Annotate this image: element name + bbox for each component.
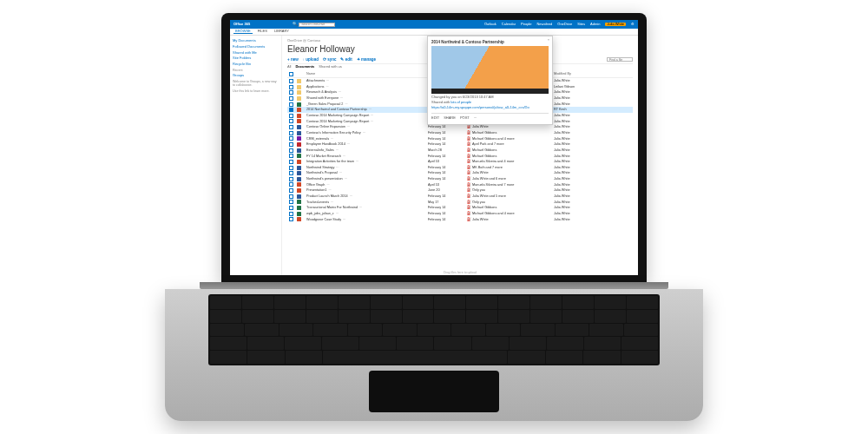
sharing-cell[interactable]: ⛽Julia White [465,124,552,130]
file-name-cell[interactable]: Woodgrove Case Study··· [305,217,426,223]
sharing-cell[interactable]: ⛽Julia White and 5 more [465,194,552,200]
sharing-cell[interactable]: ⛽Michael Gibbons [465,130,552,136]
sharing-cell[interactable]: ⛽Michael Gibbons and 4 more [465,211,552,217]
table-row[interactable]: Woodgrove Case Study···February 14⛽Julia… [287,217,633,223]
row-checkbox[interactable] [289,125,293,129]
view-tab[interactable]: Documents [295,65,314,69]
row-checkbox[interactable] [289,85,293,89]
suite-link[interactable]: Calendar [502,23,516,27]
ellipsis-icon[interactable]: ··· [343,218,345,221]
row-checkbox[interactable] [289,142,293,147]
file-name-cell[interactable]: Contoso 2014 Marketing Campaign Report··… [305,113,426,119]
file-name-cell[interactable]: CRM_externals··· [305,136,426,142]
file-name-cell[interactable]: Northwind Strategy··· [305,165,426,171]
column-name[interactable]: Name [305,71,426,78]
ellipsis-icon[interactable]: ··· [331,201,333,204]
row-checkbox[interactable] [289,166,293,170]
sharing-cell[interactable]: ⛽Manuela Silveira and 4 more [465,159,552,165]
sharing-cell[interactable]: ⛽Only you [465,200,552,206]
row-checkbox[interactable] [289,182,293,187]
hover-action-share[interactable]: SHARE [444,116,456,121]
row-checkbox[interactable] [289,200,293,204]
file-name-cell[interactable]: Presentation1··· [305,187,426,194]
table-row[interactable]: Integration Activities for the team···Ap… [287,159,633,165]
ellipsis-icon[interactable]: ··· [347,142,350,146]
file-name-cell[interactable]: Attachments··· [305,78,426,84]
sharing-cell[interactable]: ⛽MK Bath and 7 more [465,165,552,171]
suite-link[interactable]: Admin [590,23,600,27]
ellipsis-icon[interactable]: ··· [328,188,331,192]
suite-link[interactable]: OneDrive [557,23,572,27]
ellipsis-icon[interactable]: ··· [356,160,358,163]
nav-item[interactable]: Followed Documents [233,45,279,49]
upload-button[interactable]: ↑ upload [303,57,319,62]
file-name-cell[interactable]: Transactional Matrix For Northwind··· [305,205,426,211]
table-row[interactable]: Northwind Strategy···February 14⛽MK Bath… [287,165,633,171]
sharing-cell[interactable]: ⛽Julia White [465,217,552,223]
sharing-cell[interactable]: ⛽Julia White and 6 more [465,176,552,182]
hover-card-url[interactable]: https://a0-14m-my.spoppe.com/personal/ju… [431,106,549,110]
sharing-cell[interactable]: ⛽Michael Gibbons [465,205,552,211]
close-icon[interactable]: × [548,38,549,43]
ellipsis-icon[interactable]: ··· [336,212,339,215]
file-name-cell[interactable]: Product Launch March 2014··· [305,194,426,200]
ribbon-tab-library[interactable]: LIBRARY [273,30,291,34]
ellipsis-icon[interactable]: ··· [345,102,347,106]
column-checkbox[interactable] [287,71,295,78]
row-checkbox[interactable] [289,79,293,83]
row-checkbox[interactable] [289,177,293,181]
table-row[interactable]: Contoso Online Expansion···February 14⛽J… [287,124,633,130]
suite-link[interactable]: Newsfeed [536,23,552,27]
hover-action-edit[interactable]: EDIT [431,116,439,121]
ellipsis-icon[interactable]: ··· [350,194,352,198]
ellipsis-icon[interactable]: ··· [326,79,329,82]
sharing-cell[interactable]: ⛽April Park and 7 more [465,141,552,148]
suite-link[interactable]: Sites [577,23,585,27]
suite-link[interactable]: People [521,23,531,27]
nav-item[interactable]: Site Folders [233,56,279,61]
row-checkbox[interactable] [289,108,293,112]
gear-icon[interactable]: ⚙ [631,23,635,27]
column-modified-by[interactable]: Modified By [552,71,633,78]
row-checkbox[interactable] [289,96,293,101]
document-thumbnail[interactable] [431,46,549,94]
sharing-cell[interactable]: ⛽Michael Gibbons [465,153,552,159]
file-name-cell[interactable]: Shared with Everyone··· [305,95,426,102]
edit-button[interactable]: ✎ edit [340,57,352,62]
ellipsis-icon[interactable]: ··· [339,171,342,174]
ellipsis-icon[interactable]: ··· [371,114,373,117]
find-file-input[interactable] [607,57,633,62]
ellipsis-icon[interactable]: ··· [369,108,372,111]
hover-card-shared-link[interactable]: lots of people [450,100,471,104]
file-name-cell[interactable]: Integration Activities for the team··· [305,159,426,165]
search-input[interactable] [299,23,335,27]
nav-item[interactable]: Recycle Bin [233,62,279,67]
file-name-cell[interactable]: Office Graph··· [305,182,426,188]
sharing-cell[interactable]: ⛽Julia White [465,170,552,176]
manage-button[interactable]: ✦ manage [357,57,376,62]
row-checkbox[interactable] [289,212,293,216]
table-row[interactable]: wpb_jobs_juliaw_c···February 14⛽Michael … [287,211,633,217]
view-tab[interactable]: All [287,65,291,69]
row-checkbox[interactable] [289,217,293,221]
sync-button[interactable]: ⟳ sync [323,57,337,62]
table-row[interactable]: Presentation1···June 20⛽Only youJulia Wh… [287,187,633,194]
sharing-cell[interactable]: ⛽Michael Gibbons and 4 more [465,136,552,142]
suite-link[interactable]: Outlook [484,23,496,27]
row-checkbox[interactable] [289,102,293,107]
ellipsis-icon[interactable]: ··· [336,166,339,169]
file-name-cell[interactable]: Northwind's Proposal··· [305,170,426,176]
table-row[interactable]: Northwind's Proposal···February 14⛽Julia… [287,170,633,176]
ellipsis-icon[interactable]: ··· [363,131,365,135]
ellipsis-icon[interactable]: ··· [336,148,339,152]
row-checkbox[interactable] [289,90,293,95]
table-row[interactable]: FY 14 Market Research···February 14⛽Mich… [287,153,633,159]
ribbon-tab-files[interactable]: FILES [256,30,269,34]
table-row[interactable]: Transactional Matrix For Northwind···Feb… [287,205,633,211]
row-checkbox[interactable] [289,148,293,153]
file-name-cell[interactable]: _Green Sales Proposal 2··· [305,102,426,108]
file-name-cell[interactable]: Externalinfo_Sales··· [305,148,426,154]
row-checkbox[interactable] [289,131,293,135]
table-row[interactable]: CRM_externals···February 14⛽Michael Gibb… [287,136,633,142]
file-name-cell[interactable]: Northwind's presentation··· [305,176,426,182]
